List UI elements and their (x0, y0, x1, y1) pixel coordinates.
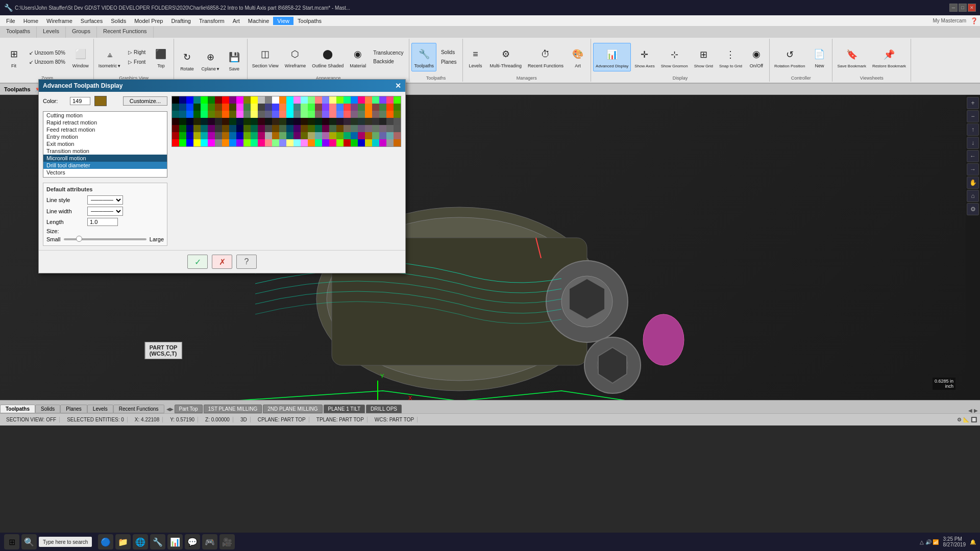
color-cell[interactable] (293, 111, 301, 118)
motion-arc-midpoints[interactable]: Arc midpoints (43, 176, 167, 178)
nav-rotate-left[interactable]: ← (967, 150, 979, 162)
size-thumb[interactable] (76, 236, 82, 242)
color-cell[interactable] (243, 104, 251, 111)
color-cell[interactable] (243, 132, 251, 139)
color-cell[interactable] (322, 104, 329, 111)
menu-toolpaths[interactable]: Toolpaths (293, 17, 326, 25)
color-cell[interactable] (379, 104, 386, 111)
isometric-button[interactable]: ⟁ Isometric▼ (96, 43, 124, 71)
color-cell[interactable] (394, 111, 401, 118)
tab-toolpaths[interactable]: Toolpaths (0, 405, 35, 413)
color-cell[interactable] (358, 96, 365, 104)
rotation-position-button[interactable]: ↺ Rotation Position (772, 43, 807, 71)
color-cell[interactable] (336, 118, 344, 125)
color-cell[interactable] (301, 96, 308, 104)
solids-button-ribbon[interactable]: Solids (437, 48, 460, 57)
color-cell[interactable] (258, 132, 265, 139)
color-cell[interactable] (258, 125, 265, 132)
color-cell[interactable] (179, 139, 186, 146)
color-cell[interactable] (272, 111, 279, 118)
motion-rapid-retract[interactable]: Rapid retract motion (43, 119, 167, 126)
color-cell[interactable] (322, 118, 329, 125)
color-cell[interactable] (372, 132, 379, 139)
color-cell[interactable] (193, 104, 201, 111)
color-cell[interactable] (301, 125, 308, 132)
color-cell[interactable] (315, 104, 322, 111)
menu-file[interactable]: File (2, 17, 19, 25)
ribbon-tab-recent-functions[interactable]: Recent Functions (97, 27, 154, 38)
color-cell[interactable] (201, 111, 208, 118)
show-grid-button[interactable]: ⊞ Show Grid (692, 43, 716, 71)
color-cell[interactable] (243, 139, 251, 146)
mill-tab-1st-plane[interactable]: 1ST PLANE MILLING (204, 405, 262, 413)
top-button[interactable]: ⬛ Top (150, 43, 172, 71)
nav-pan[interactable]: ✋ (967, 177, 979, 189)
color-cell[interactable] (251, 132, 258, 139)
color-cell[interactable] (315, 111, 322, 118)
color-cell[interactable] (301, 139, 308, 146)
color-cell[interactable] (351, 125, 358, 132)
color-cell[interactable] (222, 125, 229, 132)
color-cell[interactable] (208, 125, 215, 132)
color-cell[interactable] (301, 104, 308, 111)
color-cell[interactable] (172, 132, 179, 139)
color-cell[interactable] (394, 96, 401, 104)
fit-button[interactable]: ⊞ Fit (3, 43, 24, 71)
advanced-display-button[interactable]: 📊 Advanced Display (593, 43, 631, 71)
color-cell[interactable] (365, 111, 372, 118)
color-cell[interactable] (172, 96, 179, 104)
color-cell[interactable] (365, 132, 372, 139)
color-cell[interactable] (236, 125, 243, 132)
color-cell[interactable] (279, 96, 286, 104)
color-cell[interactable] (193, 125, 201, 132)
color-cell[interactable] (351, 139, 358, 146)
color-cell[interactable] (308, 132, 315, 139)
color-cell[interactable] (186, 132, 193, 139)
color-cell[interactable] (265, 132, 272, 139)
outline-shaded-button[interactable]: ⬤ Outline Shaded (309, 43, 346, 71)
color-cell[interactable] (179, 118, 186, 125)
color-cell[interactable] (301, 118, 308, 125)
color-cell[interactable] (243, 111, 251, 118)
color-cell[interactable] (394, 132, 401, 139)
color-cell[interactable] (215, 125, 222, 132)
color-cell[interactable] (308, 125, 315, 132)
taskbar-fileexplorer[interactable]: 📁 (115, 534, 131, 549)
color-cell[interactable] (279, 111, 286, 118)
show-axes-button[interactable]: ✛ Show Axes (632, 43, 657, 71)
color-cell[interactable] (351, 132, 358, 139)
color-cell[interactable] (394, 104, 401, 111)
menu-wireframe[interactable]: Wireframe (42, 17, 77, 25)
color-cell[interactable] (372, 139, 379, 146)
color-cell[interactable] (293, 118, 301, 125)
color-cell[interactable] (193, 139, 201, 146)
color-cell[interactable] (336, 132, 344, 139)
rotate-button[interactable]: ↻ Rotate (176, 46, 198, 74)
on-off-button[interactable]: ◉ On/Off (746, 43, 767, 71)
color-cell[interactable] (179, 132, 186, 139)
color-cell[interactable] (365, 125, 372, 132)
section-view-button[interactable]: ◫ Section View (250, 43, 281, 71)
color-cell[interactable] (344, 111, 351, 118)
color-cell[interactable] (372, 96, 379, 104)
color-cell[interactable] (229, 118, 236, 125)
color-cell[interactable] (293, 96, 301, 104)
color-cell[interactable] (322, 139, 329, 146)
color-cell[interactable] (386, 132, 394, 139)
close-button[interactable]: ✕ (968, 4, 976, 12)
color-cell[interactable] (222, 118, 229, 125)
color-cell[interactable] (315, 118, 322, 125)
color-cell[interactable] (208, 118, 215, 125)
color-cell[interactable] (372, 118, 379, 125)
color-swatch[interactable] (94, 96, 107, 106)
color-cell[interactable] (229, 132, 236, 139)
menu-surfaces[interactable]: Surfaces (77, 17, 107, 25)
unzoom50-button[interactable]: ↙ Unzoom 50% (26, 48, 69, 57)
color-cell[interactable] (351, 118, 358, 125)
multi-threading-button[interactable]: ⚙ Multi-Threading (487, 43, 525, 71)
toolpaths-button[interactable]: 🔧 Toolpaths (411, 43, 436, 71)
color-cell[interactable] (279, 104, 286, 111)
color-cell[interactable] (372, 104, 379, 111)
color-cell[interactable] (251, 104, 258, 111)
motion-type-list[interactable]: Cutting motion Rapid retract motion Feed… (43, 111, 167, 178)
